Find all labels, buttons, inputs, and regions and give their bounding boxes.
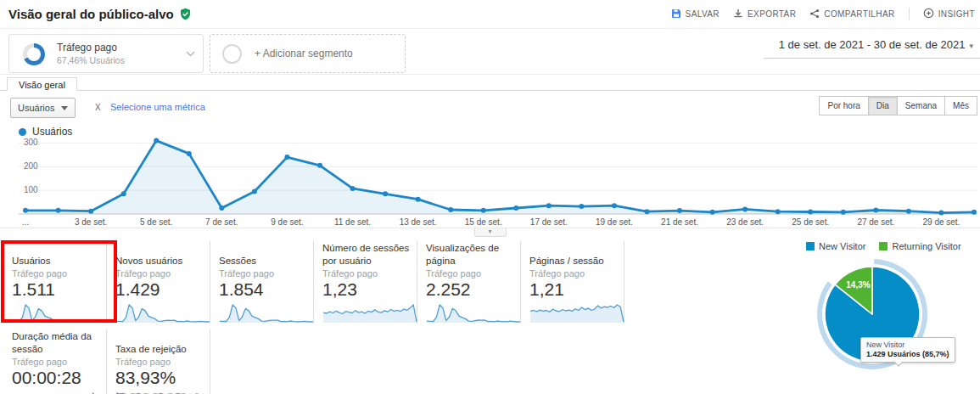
x-tick-label: 29 de set. — [922, 217, 960, 227]
insight-icon — [923, 8, 934, 20]
add-segment-label: + Adicionar segmento — [255, 48, 353, 59]
metric-sparkline — [219, 301, 314, 324]
metric-card-taxa-de-rejei-o[interactable]: Taxa de rejeiçãoTráfego pago83,93% — [115, 329, 210, 394]
date-range-text: 1 de set. de 2021 - 30 de set. de 2021 — [779, 38, 966, 51]
tooltip-series-name: New Visitor — [866, 341, 949, 349]
share-icon — [809, 8, 820, 20]
metric-card-visualiza-es-de-p-gina[interactable]: Visualizações de páginaTráfego pago2.252 — [426, 241, 521, 324]
metric-card-n-mero-de-sess-es-por-usu-rio[interactable]: Número de sessões por usuárioTráfego pag… — [322, 241, 417, 324]
metric-sparkline — [529, 301, 624, 324]
pie-slice-label: 14,3% — [846, 280, 870, 290]
chevron-down-icon — [61, 106, 68, 110]
metric-sparkline — [115, 301, 210, 324]
x-tick-label: 7 de set. — [205, 217, 238, 227]
card-title: Visualizações de página — [426, 241, 513, 267]
card-title: Sessões — [219, 241, 306, 267]
annotations-expander[interactable]: ▾ — [474, 228, 507, 237]
granularity-group: Por horaDiaSemanaMês — [820, 96, 977, 115]
card-value: 1,21 — [529, 279, 617, 300]
x-tick-label: 11 de set. — [334, 217, 371, 227]
export-button[interactable]: EXPORTAR — [733, 8, 796, 20]
metric-sparkline — [426, 301, 521, 324]
x-tick-label: 27 de set. — [857, 217, 894, 227]
card-value: 1.854 — [219, 279, 306, 300]
tab-label: Visão geral — [19, 80, 65, 90]
card-value: 1.511 — [12, 279, 99, 300]
metric-card-novos-usu-rios[interactable]: Novos usuáriosTráfego pago1.429 — [115, 241, 210, 324]
card-segment-label: Tráfego pago — [12, 357, 99, 367]
segment-name: Tráfego pago — [57, 42, 117, 53]
granularity-semana[interactable]: Semana — [897, 96, 945, 115]
x-tick-label: 21 de set. — [661, 217, 698, 227]
vs-label: X — [95, 103, 101, 112]
share-button[interactable]: COMPARTILHAR — [809, 8, 894, 20]
metric-card-sess-es[interactable]: SessõesTráfego pago1.854 — [219, 241, 314, 324]
metric-sparkline — [322, 301, 417, 324]
export-label: EXPORTAR — [748, 9, 796, 19]
card-segment-label: Tráfego pago — [322, 268, 410, 279]
card-title: Duração média da sessão — [12, 329, 99, 355]
granularity-por-hora[interactable]: Por hora — [819, 96, 868, 115]
x-tick-label: 13 de set. — [400, 217, 437, 227]
card-value: 00:00:28 — [12, 368, 99, 388]
x-tick-label: 5 de set. — [140, 217, 172, 227]
card-title: Páginas / sessão — [529, 241, 617, 267]
save-icon — [671, 8, 681, 20]
metric-card-p-ginas-sess-o[interactable]: Páginas / sessãoTráfego pago1,21 — [529, 241, 624, 324]
metric-dropdown[interactable]: Usuários — [10, 98, 76, 118]
metric-cards-row-2: Duração média da sessãoTráfego pago00:00… — [12, 329, 219, 394]
share-label: COMPARTILHAR — [824, 9, 894, 19]
save-button[interactable]: SALVAR — [671, 8, 720, 20]
date-caret-icon: ▾ — [969, 42, 973, 50]
segment-subtitle: 67,46% Usuários — [57, 55, 125, 65]
users-line-chart[interactable] — [19, 134, 977, 216]
insight-button[interactable]: INSIGHT — [923, 8, 975, 20]
card-value: 83,93% — [115, 368, 203, 388]
x-tick-label: ... — [22, 217, 29, 227]
metric-sparkline — [115, 390, 210, 394]
x-tick-label: 19 de set. — [596, 217, 633, 227]
metric-card-dura-o-m-dia-da-sess-o[interactable]: Duração média da sessãoTráfego pago00:00… — [12, 329, 107, 394]
segment-chip-trafego-pago[interactable]: Tráfego pago 67,46% Usuários — [8, 34, 204, 73]
save-label: SALVAR — [686, 9, 720, 19]
y-tick-label: 100 — [24, 185, 38, 194]
x-tick-label: 17 de set. — [530, 217, 568, 227]
segment-donut-icon — [23, 43, 45, 65]
x-tick-label: 3 de set. — [75, 217, 107, 227]
select-metric-link[interactable]: Selecione uma métrica — [110, 102, 205, 112]
visitor-pie-chart[interactable]: 14,3% — [789, 250, 967, 394]
insight-label: INSIGHT — [938, 9, 975, 19]
metric-dropdown-label: Usuários — [18, 103, 54, 113]
card-value: 1.429 — [115, 279, 203, 300]
card-title: Novos usuários — [115, 241, 203, 267]
card-segment-label: Tráfego pago — [529, 268, 617, 279]
x-tick-label: 9 de set. — [271, 217, 303, 227]
card-title: Taxa de rejeição — [115, 329, 203, 355]
card-segment-label: Tráfego pago — [115, 357, 203, 367]
header-separator — [909, 8, 910, 20]
download-icon — [733, 8, 743, 20]
metric-cards-row-1: UsuáriosTráfego pago1.511Novos usuáriosT… — [12, 241, 633, 324]
add-segment-circle-icon — [222, 44, 242, 64]
tab-visao-geral[interactable]: Visão geral — [7, 77, 77, 91]
card-title: Número de sessões por usuário — [322, 241, 410, 267]
card-value: 2.252 — [426, 279, 513, 300]
add-segment-button[interactable]: + Adicionar segmento — [210, 34, 406, 73]
x-tick-label: 15 de set. — [465, 217, 502, 227]
y-tick-label: 200 — [24, 161, 38, 171]
header-actions: SALVAR EXPORTAR COMPARTILHAR INSIGHT — [671, 8, 975, 20]
card-segment-label: Tráfego pago — [12, 268, 99, 279]
tooltip-value: 1.429 Usuários (85,7%) — [866, 350, 949, 358]
tab-bar: Visão geral — [0, 74, 980, 91]
card-title: Usuários — [12, 241, 99, 267]
page-title-text: Visão geral do público-alvo — [8, 7, 174, 21]
granularity-mês[interactable]: Mês — [944, 96, 977, 115]
metric-sparkline — [12, 390, 107, 394]
card-segment-label: Tráfego pago — [426, 268, 513, 279]
x-tick-label: 25 de set. — [792, 217, 829, 227]
card-segment-label: Tráfego pago — [115, 268, 203, 279]
granularity-dia[interactable]: Dia — [868, 96, 898, 115]
metric-card-usu-rios[interactable]: UsuáriosTráfego pago1.511 — [12, 241, 107, 324]
date-range-picker[interactable]: 1 de set. de 2021 - 30 de set. de 2021▾ — [764, 34, 980, 59]
chevron-down-icon[interactable] — [186, 45, 195, 60]
